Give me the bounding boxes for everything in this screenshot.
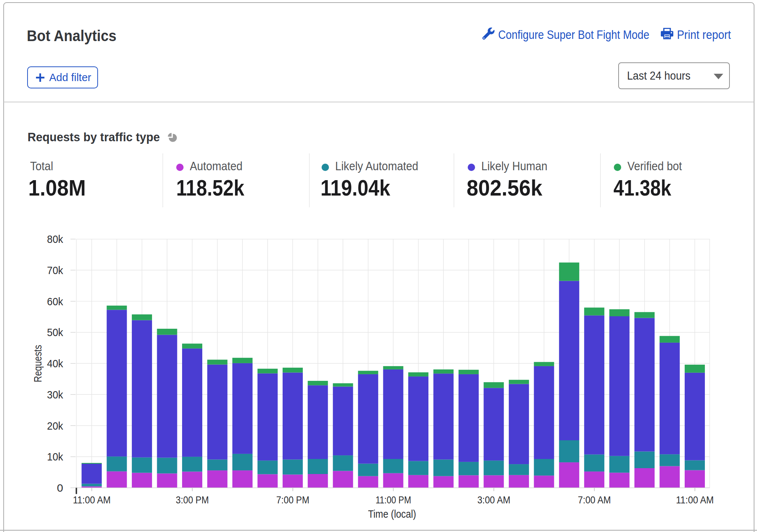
svg-text:0: 0 [57,482,63,494]
svg-text:60k: 60k [47,295,64,307]
svg-text:20k: 20k [47,420,64,432]
svg-text:7:00 AM: 7:00 AM [578,495,611,506]
svg-text:50k: 50k [47,326,64,338]
svg-text:Time (local): Time (local) [368,508,416,520]
svg-text:80k: 80k [47,233,64,245]
svg-text:Requests: Requests [32,345,44,382]
svg-text:30k: 30k [47,389,64,401]
svg-text:70k: 70k [47,264,64,276]
svg-text:7:00 PM: 7:00 PM [276,495,309,506]
svg-text:11:00 PM: 11:00 PM [376,495,411,506]
svg-text:40k: 40k [47,357,64,369]
svg-text:11:00 AM: 11:00 AM [73,495,111,506]
svg-text:11:00 AM: 11:00 AM [676,495,714,506]
svg-text:3:00 AM: 3:00 AM [477,495,510,506]
svg-text:10k: 10k [47,451,64,463]
svg-text:3:00 PM: 3:00 PM [176,495,209,506]
